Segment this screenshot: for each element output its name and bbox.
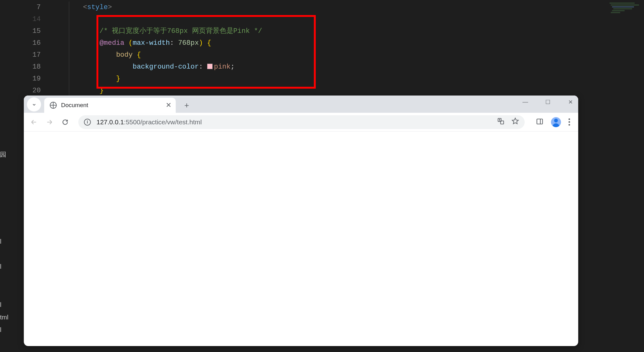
close-window-button[interactable]: ✕ [566, 99, 575, 106]
line-number: 7 [0, 2, 41, 13]
new-tab-button[interactable]: + [180, 99, 193, 111]
line-number: 20 [0, 85, 41, 97]
line-number: 16 [0, 37, 41, 49]
code-line: body { [83, 49, 644, 61]
line-number-gutter: 7 14 15 16 17 18 19 20 21 [0, 0, 52, 100]
url-port: :5500 [124, 118, 141, 126]
browser-menu-button[interactable] [569, 118, 570, 126]
line-number: 19 [0, 73, 41, 85]
browser-tab[interactable]: Document ✕ [44, 98, 176, 113]
forward-button[interactable] [44, 116, 55, 128]
line-number: 15 [0, 25, 41, 37]
line-number: 18 [0, 61, 41, 73]
minimap[interactable] [606, 3, 642, 28]
line-number: 17 [0, 49, 41, 61]
profile-avatar[interactable] [551, 117, 561, 127]
browser-toolbar: i 127.0.0.1:5500/practice/vw/test.html [24, 113, 578, 132]
url-host: 127.0.0.1 [96, 118, 124, 126]
reload-button[interactable] [60, 116, 71, 128]
code-content[interactable]: <style> /* 视口宽度小于等于768px 网页背景色是Pink */ @… [52, 0, 644, 100]
arrow-left-icon [30, 119, 37, 126]
svg-rect-2 [537, 119, 543, 124]
translate-icon[interactable] [497, 117, 505, 127]
code-line: } [83, 85, 644, 97]
browser-window: Document ✕ + — ☐ ✕ i 127.0.0.1:5500/prac… [24, 96, 578, 346]
code-line: @media (max-width: 768px) { [83, 37, 644, 49]
sidebar-text: l [0, 301, 1, 308]
back-button[interactable] [28, 116, 39, 128]
sidebar-text: 园 [0, 150, 6, 159]
globe-icon [50, 102, 57, 109]
code-editor[interactable]: 7 14 15 16 17 18 19 20 21 <style> /* 视口宽… [0, 0, 644, 100]
line-number: 14 [0, 13, 41, 25]
close-tab-button[interactable]: ✕ [166, 101, 171, 109]
arrow-right-icon [46, 119, 53, 126]
code-line: } [83, 73, 644, 85]
chevron-down-icon [31, 102, 37, 107]
code-line [83, 13, 644, 25]
bookmark-icon[interactable] [512, 117, 519, 127]
address-bar[interactable]: i 127.0.0.1:5500/practice/vw/test.html [78, 115, 525, 129]
color-swatch-icon[interactable] [207, 64, 213, 69]
code-line: background-color: pink; [83, 61, 644, 73]
side-panel-icon[interactable] [536, 118, 543, 127]
code-line: /* 视口宽度小于等于768px 网页背景色是Pink */ [83, 25, 644, 37]
minimize-button[interactable]: — [521, 99, 530, 106]
sidebar-text: tml [0, 314, 8, 321]
maximize-button[interactable]: ☐ [543, 99, 553, 106]
sidebar-text: l [0, 326, 1, 334]
sidebar-text: l [0, 238, 1, 245]
window-controls: — ☐ ✕ [521, 99, 575, 106]
tab-strip: Document ✕ + — ☐ ✕ [24, 96, 578, 113]
reload-icon [62, 119, 69, 126]
url-path: /practice/vw/test.html [140, 118, 202, 126]
tab-title: Document [61, 102, 88, 109]
site-info-icon[interactable]: i [84, 119, 91, 126]
tab-search-button[interactable] [27, 97, 41, 111]
sidebar-text: l [0, 263, 1, 270]
code-line: <style> [83, 2, 644, 13]
